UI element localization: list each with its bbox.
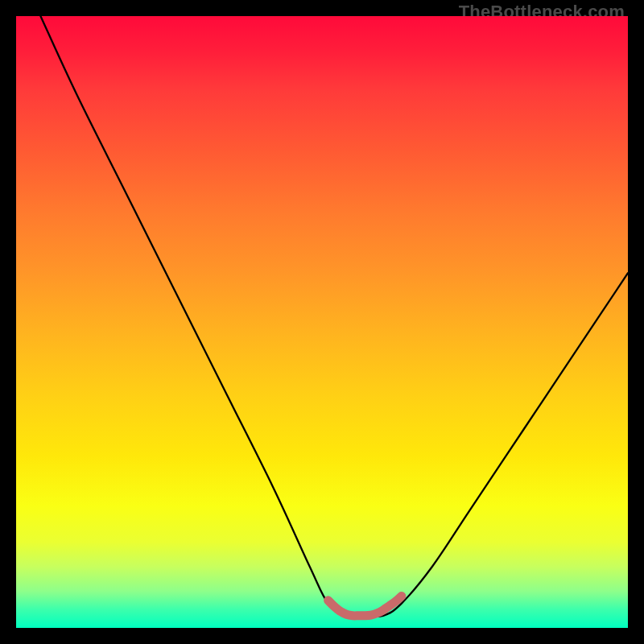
- bottleneck-curve: [40, 16, 628, 617]
- chart-frame: TheBottleneck.com: [0, 0, 644, 644]
- plot-area: [16, 16, 628, 628]
- curve-layer: [16, 16, 628, 628]
